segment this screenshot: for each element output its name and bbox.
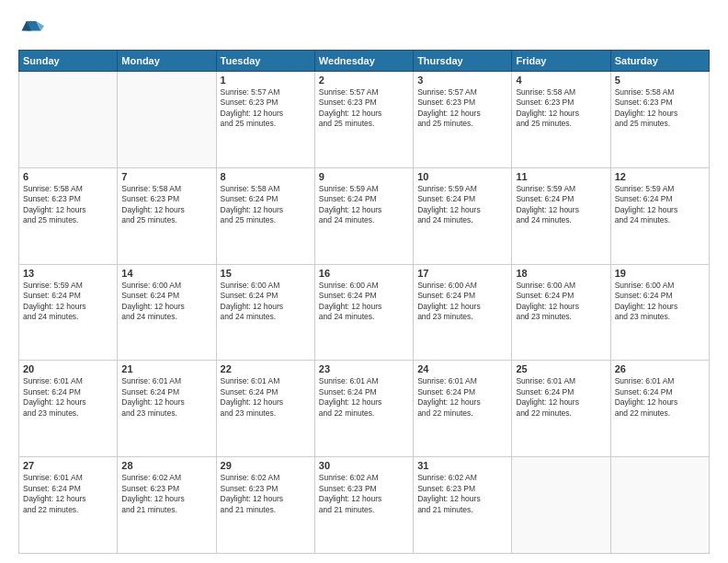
day-info: Sunrise: 6:02 AM Sunset: 6:23 PM Dayligh…	[319, 473, 409, 515]
day-info: Sunrise: 6:02 AM Sunset: 6:23 PM Dayligh…	[121, 473, 211, 515]
day-info: Sunrise: 6:02 AM Sunset: 6:23 PM Dayligh…	[221, 473, 311, 515]
weekday-header: Thursday	[414, 51, 512, 72]
day-number: 5	[615, 75, 705, 86]
calendar-cell: 11Sunrise: 5:59 AM Sunset: 6:24 PM Dayli…	[512, 167, 610, 264]
day-info: Sunrise: 5:59 AM Sunset: 6:24 PM Dayligh…	[615, 184, 705, 226]
calendar-cell: 31Sunrise: 6:02 AM Sunset: 6:23 PM Dayli…	[414, 457, 512, 554]
calendar-week-row: 1Sunrise: 5:57 AM Sunset: 6:23 PM Daylig…	[19, 72, 710, 168]
weekday-header: Wednesday	[314, 51, 413, 72]
calendar-week-row: 13Sunrise: 5:59 AM Sunset: 6:24 PM Dayli…	[19, 264, 710, 361]
day-info: Sunrise: 5:58 AM Sunset: 6:23 PM Dayligh…	[516, 87, 606, 130]
day-info: Sunrise: 5:58 AM Sunset: 6:23 PM Dayligh…	[615, 87, 705, 130]
day-number: 31	[417, 460, 507, 471]
day-number: 24	[417, 363, 507, 374]
calendar-cell: 26Sunrise: 6:01 AM Sunset: 6:24 PM Dayli…	[610, 361, 709, 457]
day-info: Sunrise: 6:00 AM Sunset: 6:24 PM Dayligh…	[221, 281, 311, 323]
day-info: Sunrise: 5:57 AM Sunset: 6:23 PM Dayligh…	[221, 87, 311, 130]
calendar-cell: 9Sunrise: 5:59 AM Sunset: 6:24 PM Daylig…	[314, 167, 413, 264]
weekday-header: Sunday	[19, 51, 118, 72]
day-number: 27	[23, 460, 113, 471]
day-number: 20	[23, 363, 113, 374]
day-number: 13	[23, 268, 113, 279]
day-number: 18	[516, 268, 606, 279]
calendar-cell: 8Sunrise: 5:58 AM Sunset: 6:24 PM Daylig…	[216, 167, 314, 264]
day-number: 21	[121, 363, 211, 374]
calendar-week-row: 20Sunrise: 6:01 AM Sunset: 6:24 PM Dayli…	[19, 361, 710, 457]
day-number: 25	[516, 363, 606, 374]
day-info: Sunrise: 6:00 AM Sunset: 6:24 PM Dayligh…	[516, 281, 606, 323]
day-number: 2	[319, 75, 409, 86]
day-info: Sunrise: 6:01 AM Sunset: 6:24 PM Dayligh…	[23, 473, 113, 515]
logo-icon	[18, 15, 44, 40]
day-info: Sunrise: 5:59 AM Sunset: 6:24 PM Dayligh…	[23, 281, 113, 323]
calendar-cell: 18Sunrise: 6:00 AM Sunset: 6:24 PM Dayli…	[512, 264, 610, 361]
day-info: Sunrise: 6:00 AM Sunset: 6:24 PM Dayligh…	[615, 281, 705, 323]
day-number: 29	[221, 460, 311, 471]
day-info: Sunrise: 5:59 AM Sunset: 6:24 PM Dayligh…	[516, 184, 606, 226]
calendar-cell: 16Sunrise: 6:00 AM Sunset: 6:24 PM Dayli…	[314, 264, 413, 361]
day-number: 23	[319, 363, 409, 374]
calendar-cell	[19, 72, 118, 168]
day-number: 26	[615, 363, 705, 374]
day-info: Sunrise: 6:01 AM Sunset: 6:24 PM Dayligh…	[615, 376, 705, 419]
calendar-cell: 4Sunrise: 5:58 AM Sunset: 6:23 PM Daylig…	[512, 72, 610, 168]
day-info: Sunrise: 5:59 AM Sunset: 6:24 PM Dayligh…	[417, 184, 507, 226]
day-number: 4	[516, 75, 606, 86]
calendar-cell: 19Sunrise: 6:00 AM Sunset: 6:24 PM Dayli…	[610, 264, 709, 361]
day-info: Sunrise: 5:59 AM Sunset: 6:24 PM Dayligh…	[319, 184, 409, 226]
calendar-cell: 24Sunrise: 6:01 AM Sunset: 6:24 PM Dayli…	[414, 361, 512, 457]
calendar-cell: 13Sunrise: 5:59 AM Sunset: 6:24 PM Dayli…	[19, 264, 118, 361]
day-info: Sunrise: 6:01 AM Sunset: 6:24 PM Dayligh…	[121, 376, 211, 419]
calendar-cell	[512, 457, 610, 554]
calendar-cell: 5Sunrise: 5:58 AM Sunset: 6:23 PM Daylig…	[610, 72, 709, 168]
day-info: Sunrise: 6:01 AM Sunset: 6:24 PM Dayligh…	[516, 376, 606, 419]
weekday-header: Monday	[118, 51, 216, 72]
calendar-week-row: 27Sunrise: 6:01 AM Sunset: 6:24 PM Dayli…	[19, 457, 710, 554]
calendar-cell: 2Sunrise: 5:57 AM Sunset: 6:23 PM Daylig…	[314, 72, 413, 168]
weekday-header: Friday	[512, 51, 610, 72]
day-info: Sunrise: 6:01 AM Sunset: 6:24 PM Dayligh…	[417, 376, 507, 419]
day-info: Sunrise: 6:00 AM Sunset: 6:24 PM Dayligh…	[417, 281, 507, 323]
day-number: 1	[221, 75, 311, 86]
calendar-cell: 21Sunrise: 6:01 AM Sunset: 6:24 PM Dayli…	[118, 361, 216, 457]
calendar-week-row: 6Sunrise: 5:58 AM Sunset: 6:23 PM Daylig…	[19, 167, 710, 264]
day-info: Sunrise: 6:01 AM Sunset: 6:24 PM Dayligh…	[319, 376, 409, 419]
day-number: 16	[319, 268, 409, 279]
day-info: Sunrise: 5:58 AM Sunset: 6:23 PM Dayligh…	[23, 184, 113, 226]
calendar-cell: 27Sunrise: 6:01 AM Sunset: 6:24 PM Dayli…	[19, 457, 118, 554]
calendar-cell: 30Sunrise: 6:02 AM Sunset: 6:23 PM Dayli…	[314, 457, 413, 554]
day-number: 9	[319, 171, 409, 182]
day-number: 6	[23, 171, 113, 182]
day-number: 30	[319, 460, 409, 471]
calendar-cell: 23Sunrise: 6:01 AM Sunset: 6:24 PM Dayli…	[314, 361, 413, 457]
day-number: 15	[221, 268, 311, 279]
day-info: Sunrise: 6:01 AM Sunset: 6:24 PM Dayligh…	[23, 376, 113, 419]
day-info: Sunrise: 6:00 AM Sunset: 6:24 PM Dayligh…	[121, 281, 211, 323]
page-header	[18, 15, 710, 40]
calendar-cell: 1Sunrise: 5:57 AM Sunset: 6:23 PM Daylig…	[216, 72, 314, 168]
day-number: 10	[417, 171, 507, 182]
day-info: Sunrise: 6:00 AM Sunset: 6:24 PM Dayligh…	[319, 281, 409, 323]
day-number: 28	[121, 460, 211, 471]
day-number: 22	[221, 363, 311, 374]
calendar-cell: 3Sunrise: 5:57 AM Sunset: 6:23 PM Daylig…	[414, 72, 512, 168]
calendar-cell: 6Sunrise: 5:58 AM Sunset: 6:23 PM Daylig…	[19, 167, 118, 264]
calendar-table: SundayMondayTuesdayWednesdayThursdayFrid…	[18, 50, 710, 554]
day-info: Sunrise: 6:01 AM Sunset: 6:24 PM Dayligh…	[221, 376, 311, 419]
logo	[18, 15, 48, 40]
day-info: Sunrise: 5:58 AM Sunset: 6:23 PM Dayligh…	[121, 184, 211, 226]
weekday-header: Tuesday	[216, 51, 314, 72]
day-number: 17	[417, 268, 507, 279]
day-number: 3	[417, 75, 507, 86]
calendar-cell: 29Sunrise: 6:02 AM Sunset: 6:23 PM Dayli…	[216, 457, 314, 554]
day-number: 8	[221, 171, 311, 182]
calendar-cell: 15Sunrise: 6:00 AM Sunset: 6:24 PM Dayli…	[216, 264, 314, 361]
day-info: Sunrise: 5:57 AM Sunset: 6:23 PM Dayligh…	[319, 87, 409, 130]
day-number: 19	[615, 268, 705, 279]
day-number: 7	[121, 171, 211, 182]
calendar-cell	[610, 457, 709, 554]
calendar-cell: 20Sunrise: 6:01 AM Sunset: 6:24 PM Dayli…	[19, 361, 118, 457]
weekday-header: Saturday	[610, 51, 709, 72]
calendar-cell: 17Sunrise: 6:00 AM Sunset: 6:24 PM Dayli…	[414, 264, 512, 361]
calendar-cell: 14Sunrise: 6:00 AM Sunset: 6:24 PM Dayli…	[118, 264, 216, 361]
